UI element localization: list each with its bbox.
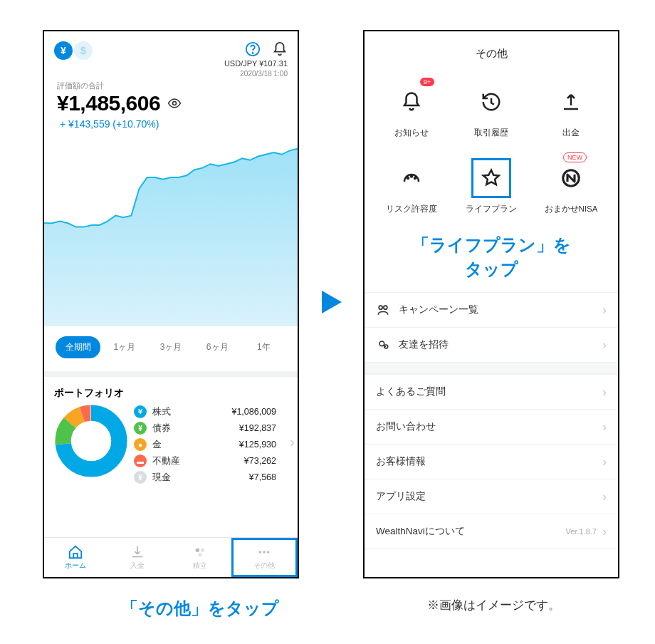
visibility-icon[interactable] (167, 96, 182, 110)
asset-label: 金 (152, 439, 189, 451)
chevron-right-icon: › (602, 489, 607, 504)
svg-point-11 (198, 553, 202, 557)
summary-amount-row: ¥1,485,606 (44, 91, 298, 115)
list-top: キャンペーン一覧 › 友達を招待 › (365, 292, 618, 363)
phone-other: その他 9+ お知らせ 取引履歴 出金 リスク許容度 ライフプラン (363, 30, 619, 578)
version-label: Ver.1.8.7 (566, 527, 597, 536)
portfolio-row: ¥現金¥7,568 (134, 471, 298, 484)
menu-label: 出金 (562, 128, 580, 138)
tab-home[interactable]: ホーム (44, 538, 107, 577)
row-label: よくあるご質問 (376, 385, 602, 398)
chevron-right-icon: › (602, 455, 607, 469)
settings-row[interactable]: アプリ設定› (365, 479, 618, 514)
asset-value: ¥7,568 (195, 472, 298, 482)
asset-value: ¥192,837 (195, 423, 298, 433)
portfolio-row: ▬不動産¥73,262 (134, 455, 298, 467)
settings-row[interactable]: お問い合わせ› (365, 410, 618, 445)
list-bottom: よくあるご質問›お問い合わせ›お客様情報›アプリ設定›WealthNaviについ… (365, 374, 618, 549)
row-label: 友達を招待 (399, 338, 602, 351)
home-header: ¥ $ USD/JPY ¥107.31 2020/3/18 1:00 (44, 31, 298, 80)
portfolio-row: ¥債券¥192,837 (134, 422, 298, 435)
caption-disclaimer: ※画像はイメージです。 (427, 597, 560, 613)
menu-grid: 9+ お知らせ 取引履歴 出金 リスク許容度 ライフプラン NEW おまかせ (365, 82, 618, 226)
withdraw-icon (560, 91, 582, 113)
svg-point-10 (201, 549, 205, 553)
menu-history[interactable]: 取引履歴 (451, 82, 531, 138)
svg-point-2 (173, 102, 177, 105)
tab-bar: ホーム 入金 積立 その他 (44, 537, 298, 577)
tab-label: ホーム (65, 561, 86, 571)
star-icon (481, 167, 502, 189)
tab-deposit[interactable]: 入金 (107, 538, 169, 577)
period-tab-6m[interactable]: 6ヶ月 (195, 336, 240, 358)
menu-notifications[interactable]: 9+ お知らせ (372, 82, 451, 138)
stage: ¥ $ USD/JPY ¥107.31 2020/3/18 1:00 評価額の合… (0, 0, 655, 644)
row-campaign[interactable]: キャンペーン一覧 › (365, 293, 618, 328)
menu-nisa[interactable]: NEW おまかせNISA (531, 158, 611, 214)
bell-icon (401, 91, 422, 113)
row-label: お問い合わせ (376, 420, 602, 433)
instruction-text: 「ライフプラン」を タップ (365, 226, 618, 292)
settings-row[interactable]: お客様情報› (365, 445, 618, 479)
phone-home: ¥ $ USD/JPY ¥107.31 2020/3/18 1:00 評価額の合… (43, 30, 299, 578)
svg-point-1 (252, 53, 253, 53)
invite-icon (376, 338, 390, 352)
svg-point-8 (75, 425, 108, 457)
asset-label: 株式 (152, 406, 189, 418)
asset-label: 不動産 (152, 455, 189, 467)
help-icon[interactable] (245, 41, 261, 57)
currency-dollar-button[interactable]: $ (74, 41, 93, 60)
caption-tap-other: 「その他」をタップ (121, 597, 279, 620)
portfolio-title: ポートフォリオ (54, 387, 298, 400)
period-tabs: 全期間 1ヶ月 3ヶ月 6ヶ月 1年 (44, 329, 298, 371)
svg-point-12 (259, 551, 262, 554)
tab-saving[interactable]: 積立 (169, 538, 231, 577)
portfolio-chart (44, 135, 298, 326)
bell-icon[interactable] (272, 41, 288, 57)
list-gap (365, 363, 618, 374)
home-icon (68, 544, 83, 560)
svg-point-19 (379, 306, 382, 309)
saving-icon (192, 544, 208, 560)
exchange-rate: USD/JPY ¥107.31 (224, 59, 288, 68)
tab-label: 積立 (193, 561, 207, 571)
period-tab-1y[interactable]: 1年 (241, 336, 286, 358)
svg-point-17 (414, 177, 416, 179)
svg-point-22 (384, 345, 388, 348)
menu-withdraw[interactable]: 出金 (531, 82, 611, 138)
arrow-icon (313, 285, 347, 319)
svg-point-15 (407, 177, 409, 179)
row-label: キャンペーン一覧 (399, 303, 602, 316)
period-tab-3m[interactable]: 3ヶ月 (148, 336, 193, 358)
new-badge: NEW (563, 152, 587, 162)
menu-risk[interactable]: リスク許容度 (372, 158, 451, 214)
svg-point-21 (379, 341, 384, 346)
svg-point-9 (195, 549, 199, 553)
settings-row[interactable]: WealthNaviについてVer.1.8.7› (365, 514, 618, 549)
row-label: WealthNaviについて (376, 525, 566, 538)
row-invite[interactable]: 友達を招待 › (365, 328, 618, 363)
asset-value: ¥125,930 (195, 440, 298, 450)
asset-icon: ¥ (134, 471, 147, 484)
menu-lifeplan[interactable]: ライフプラン (451, 158, 531, 214)
currency-yen-button[interactable]: ¥ (54, 41, 73, 60)
nisa-icon (560, 167, 582, 189)
exchange-rate-timestamp: 2020/3/18 1:00 (240, 70, 288, 78)
chevron-right-icon: › (290, 434, 295, 450)
settings-row[interactable]: よくあるご質問› (365, 375, 618, 410)
summary-amount: ¥1,485,606 (57, 91, 160, 115)
currency-toggle[interactable]: ¥ $ (54, 41, 93, 60)
deposit-icon (130, 544, 145, 560)
svg-point-14 (267, 551, 270, 554)
more-icon (256, 544, 272, 560)
chevron-right-icon: › (602, 524, 607, 539)
asset-icon: ¥ (134, 422, 147, 435)
portfolio-card[interactable]: ポートフォリオ ￥株式¥1,086,009¥債券¥192,837●金¥125,9… (44, 371, 298, 491)
tab-other[interactable]: その他 (231, 538, 298, 577)
badge: 9+ (420, 78, 434, 86)
period-tab-1m[interactable]: 1ヶ月 (102, 336, 147, 358)
svg-point-13 (263, 551, 266, 554)
summary-label: 評価額の合計 (44, 80, 298, 91)
period-tab-all[interactable]: 全期間 (56, 336, 100, 358)
asset-label: 債券 (152, 422, 189, 435)
